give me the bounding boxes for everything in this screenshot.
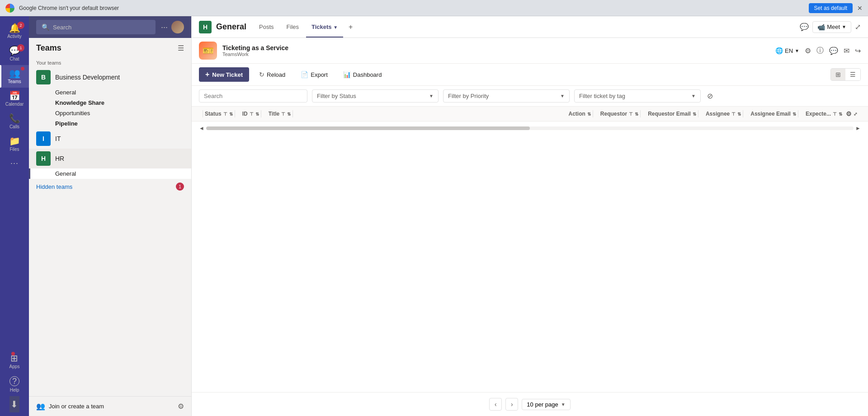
dashboard-button[interactable]: 📊 Dashboard: [338, 68, 387, 81]
col-requestor-email-label: Requestor Email: [648, 111, 691, 117]
top-bar-more-icon[interactable]: ···: [161, 23, 168, 32]
status-filter-select[interactable]: Filter by Status ▼: [312, 89, 439, 103]
col-requestor-filter-icon[interactable]: ⊤: [629, 112, 633, 117]
tab-files[interactable]: Files: [281, 17, 304, 37]
export-icon: 📄: [301, 71, 308, 78]
team-item-business-dev[interactable]: B Business Development ···: [29, 67, 191, 87]
nav-item-calls[interactable]: 📞 Calls: [0, 110, 29, 133]
chrome-warning-text: Google Chrome isn't your default browser: [19, 5, 804, 11]
advanced-filter-icon[interactable]: ⊘: [707, 92, 713, 100]
info-icon-btn[interactable]: ⓘ: [816, 46, 824, 56]
globe-icon: 🌐: [775, 47, 783, 54]
export-button[interactable]: 📄 Export: [295, 68, 333, 81]
col-assignee: Assignee ⊤ ⇅: [702, 110, 747, 117]
col-assignee-sort-icon[interactable]: ⇅: [737, 112, 741, 117]
user-avatar[interactable]: [171, 21, 184, 33]
nav-item-download[interactable]: ⬇: [9, 396, 20, 412]
nav-item-help[interactable]: ? Help: [9, 373, 20, 396]
col-id-filter-icon[interactable]: ⊤: [250, 112, 254, 117]
channel-item-knowledge-share[interactable]: Knowledge Share: [29, 98, 191, 108]
signout-icon-btn[interactable]: ↪: [855, 47, 861, 55]
teams-filter-icon[interactable]: ☰: [178, 44, 184, 52]
col-id: ID ⊤ ⇅: [239, 110, 265, 117]
mail-icon-btn[interactable]: ✉: [844, 47, 849, 55]
nav-item-apps[interactable]: ⊞ Apps: [9, 350, 20, 373]
col-expand-icon[interactable]: ⤢: [854, 112, 857, 117]
channel-item-general-bd[interactable]: General: [29, 87, 191, 98]
set-default-button[interactable]: Set as default: [809, 3, 853, 13]
nav-item-more[interactable]: ···: [0, 155, 29, 171]
meet-button[interactable]: 📹 Meet ▼: [812, 21, 851, 33]
chrome-close-button[interactable]: ✕: [857, 5, 863, 12]
grid-view-button[interactable]: ⊞: [831, 69, 845, 80]
col-title-sort-icon[interactable]: ⇅: [287, 112, 291, 117]
tag-filter-select[interactable]: Filter ticket by tag ▼: [574, 89, 701, 103]
next-page-button[interactable]: ›: [505, 398, 518, 411]
chrome-bar: Google Chrome isn't your default browser…: [0, 0, 868, 16]
col-req-email-sort-icon[interactable]: ⇅: [693, 112, 696, 117]
top-search-input[interactable]: [53, 24, 150, 31]
tab-posts[interactable]: Posts: [254, 17, 279, 37]
new-ticket-button[interactable]: + New Ticket: [199, 67, 249, 82]
col-divider-6: [640, 110, 641, 117]
join-team-section[interactable]: 👥 Join or create a team ⚙: [29, 396, 191, 416]
channel-item-opportunities[interactable]: Opportunities: [29, 108, 191, 118]
col-requestor-sort-icon[interactable]: ⇅: [635, 112, 638, 117]
nav-item-teams[interactable]: 👥 Teams: [0, 65, 29, 88]
col-requestor: Requestor ⊤ ⇅: [597, 110, 644, 117]
col-expected-filter-icon[interactable]: ⊤: [833, 112, 837, 117]
top-search-icon: 🔍: [42, 23, 49, 31]
channel-name: General: [216, 22, 246, 32]
app-header-actions: 🌐 EN ▼ ⚙ ⓘ 💬 ✉ ↪: [775, 46, 861, 56]
channel-item-pipeline[interactable]: Pipeline: [29, 118, 191, 129]
nav-item-calendar[interactable]: 📅 Calendar: [0, 88, 29, 110]
lang-chevron-icon: ▼: [795, 48, 799, 53]
col-settings-icon[interactable]: ⚙: [846, 110, 852, 117]
channel-item-general-hr[interactable]: General: [29, 168, 191, 179]
per-page-selector[interactable]: 10 per page ▼: [522, 399, 570, 410]
message-icon-btn[interactable]: 💬: [829, 47, 838, 55]
priority-filter-chevron-icon: ▼: [560, 93, 565, 98]
tab-tickets[interactable]: Tickets ▼: [306, 17, 343, 37]
team-item-it[interactable]: I IT ···: [29, 129, 191, 149]
priority-filter-select[interactable]: Filter by Priority ▼: [443, 89, 570, 103]
list-view-button[interactable]: ☰: [845, 69, 860, 80]
team-item-hr[interactable]: H HR ···: [29, 149, 191, 168]
col-id-sort-icon[interactable]: ⇅: [255, 112, 259, 117]
col-action-sort-icon[interactable]: ⇅: [587, 112, 591, 117]
files-icon: 📁: [9, 136, 20, 145]
nav-item-activity[interactable]: 2 🔔 Activity: [0, 20, 29, 42]
chat-icon-btn[interactable]: 💬: [800, 23, 809, 31]
col-id-label: ID: [242, 111, 248, 117]
nav-item-files[interactable]: 📁 Files: [0, 133, 29, 155]
col-assignee-filter-icon[interactable]: ⊤: [731, 112, 736, 117]
app-wrapper: 2 🔔 Activity 1 💬 Chat 👥 Teams 📅 Calendar…: [0, 16, 868, 416]
search-filter-input[interactable]: [199, 89, 307, 103]
files-label: Files: [9, 147, 19, 152]
expand-icon-btn[interactable]: ⤢: [855, 23, 861, 31]
col-status-filter-icon[interactable]: ⊤: [223, 112, 227, 117]
hidden-teams-section[interactable]: Hidden teams 1: [29, 179, 191, 194]
filters-bar: Filter by Status ▼ Filter by Priority ▼ …: [192, 86, 868, 107]
help-label: Help: [10, 388, 19, 393]
activity-label: Activity: [7, 34, 22, 39]
teams-panel-title: Teams: [36, 43, 61, 53]
col-action-label: Action: [569, 111, 585, 117]
scroll-left-arrow[interactable]: ◄: [199, 125, 204, 131]
col-status-sort-icon[interactable]: ⇅: [229, 112, 233, 117]
join-settings-icon[interactable]: ⚙: [178, 402, 184, 411]
language-button[interactable]: 🌐 EN ▼: [775, 47, 799, 54]
col-divider-2: [235, 110, 235, 117]
col-expected-sort-icon[interactable]: ⇅: [839, 112, 842, 117]
reload-button[interactable]: ↻ Reload: [254, 68, 291, 81]
settings-icon-btn[interactable]: ⚙: [805, 47, 811, 55]
channel-header: H General Posts Files Tickets ▼ + 💬 📹 Me…: [192, 16, 868, 38]
scroll-right-arrow[interactable]: ►: [855, 125, 861, 131]
tab-add-icon[interactable]: +: [345, 23, 356, 31]
col-assign-email-sort-icon[interactable]: ⇅: [793, 112, 796, 117]
prev-page-button[interactable]: ‹: [489, 398, 502, 411]
top-search-box[interactable]: 🔍: [36, 20, 156, 34]
table-body-empty: [192, 135, 868, 392]
nav-item-chat[interactable]: 1 💬 Chat: [0, 42, 29, 65]
col-title-filter-icon[interactable]: ⊤: [281, 112, 285, 117]
